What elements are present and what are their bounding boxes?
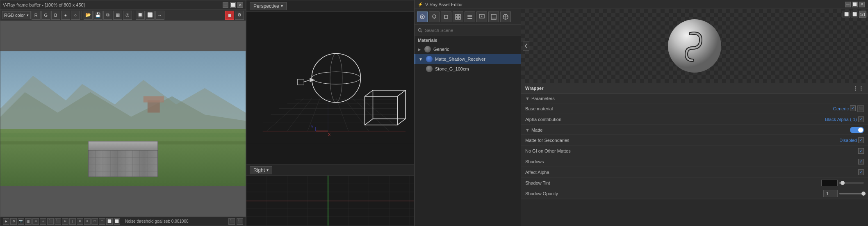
status-icon-box[interactable]: □ <box>91 218 98 225</box>
base-material-value[interactable]: Generic <box>833 106 849 111</box>
no-gi-checkbox[interactable] <box>858 148 864 154</box>
matte-header: ▼ Matte <box>521 125 868 135</box>
matte-secondaries-checkbox[interactable] <box>858 137 864 143</box>
ae-close-button[interactable]: ✕ <box>859 2 865 7</box>
preview-option-1[interactable]: ⬜ <box>843 11 850 18</box>
base-material-checkbox[interactable] <box>850 105 856 111</box>
alpha-contribution-controls: Black Alpha (-1) <box>825 116 864 122</box>
status-icon-plus[interactable]: + <box>40 218 46 225</box>
shadow-opacity-thumb <box>861 192 866 196</box>
material-item-generic[interactable]: ▶ Generic <box>415 44 521 54</box>
channel-dropdown-arrow: ▾ <box>27 13 29 17</box>
parameters-collapse-arrow[interactable]: ▼ <box>525 96 530 101</box>
vfb-r-btn[interactable]: R <box>32 11 41 20</box>
status-icon-tool4[interactable]: | <box>69 218 76 225</box>
shadow-opacity-input[interactable] <box>823 190 838 197</box>
alpha-contribution-checkbox[interactable] <box>858 116 864 122</box>
matte-secondaries-value[interactable]: Disabled <box>839 138 857 143</box>
shadow-tint-controls <box>821 180 864 186</box>
svg-line-89 <box>421 31 422 32</box>
ae-minimize-button[interactable]: — <box>845 2 851 7</box>
vfb-circle-empty-btn[interactable]: ○ <box>71 11 80 20</box>
status-icon-render[interactable]: ▶ <box>3 218 9 225</box>
ae-lights-tab[interactable] <box>429 11 440 22</box>
preview-option-2[interactable]: ⬜ <box>851 11 858 18</box>
vfb-g-btn[interactable]: G <box>41 11 50 20</box>
vfb-channel-dropdown[interactable]: RGB color ▾ <box>2 11 31 19</box>
vfb-frame-btn[interactable]: 🔲 <box>136 11 145 20</box>
vfb-circle-filled-btn[interactable]: ● <box>61 11 70 20</box>
status-icon-grid[interactable]: ▦ <box>25 218 32 225</box>
status-icon-tool3[interactable]: H <box>62 218 68 225</box>
shadow-tint-swatch[interactable] <box>821 180 838 186</box>
ae-view-options-btn[interactable] <box>500 11 511 22</box>
material-item-stone[interactable]: Stone_G_100cm <box>415 64 521 74</box>
vfb-maximize-button[interactable]: ⬜ <box>230 2 236 8</box>
vfb-layers-btn[interactable]: ⧉ <box>103 11 112 20</box>
ae-materials-tab[interactable] <box>417 11 428 22</box>
svg-rect-75 <box>456 14 458 16</box>
perspective-label[interactable]: Perspective ▾ <box>250 2 287 10</box>
status-icon-bars[interactable]: ≡ <box>77 218 83 225</box>
right-viewport[interactable] <box>246 176 414 226</box>
vfb-minimize-button[interactable]: — <box>223 2 228 8</box>
status-icon-resize2[interactable]: ⬛ <box>237 218 243 225</box>
material-item-matte[interactable]: ▼ Matte_Shadow_Receiver <box>415 54 521 64</box>
affect-alpha-label: Affect Alpha <box>525 170 858 175</box>
ae-material-preview <box>662 13 727 79</box>
status-icon-bars2[interactable]: ≡ <box>84 218 91 225</box>
ae-render-btn[interactable] <box>476 11 487 22</box>
vfb-stop-btn[interactable]: ⏹ <box>225 11 234 20</box>
status-icon-frame1[interactable]: ⬜ <box>106 218 113 225</box>
ae-preview-btn[interactable] <box>488 11 499 22</box>
svg-rect-8 <box>88 141 157 150</box>
matte-toggle[interactable] <box>850 127 864 133</box>
perspective-viewport[interactable]: X Y <box>246 12 414 164</box>
vfb-grid-btn[interactable]: ▦ <box>113 11 122 20</box>
vray-frame-buffer: V-Ray frame buffer - [100% of 800 x 450]… <box>0 0 246 226</box>
matte-collapse-arrow[interactable]: ▼ <box>525 128 530 132</box>
vfb-open-btn[interactable]: 📂 <box>84 11 93 20</box>
search-input[interactable] <box>425 28 517 33</box>
status-icon-tool2[interactable]: ⬛ <box>55 218 61 225</box>
preview-toolbar: ⬜ ⬜ 1/1 <box>843 11 866 18</box>
shadow-opacity-slider[interactable] <box>839 193 864 194</box>
preview-option-active[interactable]: 1/1 <box>859 11 866 18</box>
vfb-save-btn[interactable]: 💾 <box>93 11 103 20</box>
base-material-label: Base material <box>525 106 833 111</box>
wrapper-title: Wrapper <box>525 86 543 91</box>
status-icon-tool1[interactable]: ⬛ <box>47 218 54 225</box>
matte-label: Matte <box>531 128 543 132</box>
vfb-b-btn[interactable]: B <box>51 11 60 20</box>
vfb-zoom-btn[interactable]: ↔ <box>155 11 164 20</box>
vfb-white-btn[interactable]: ⬜ <box>146 11 155 20</box>
status-icon-box2[interactable]: □ <box>99 218 105 225</box>
status-icon-sun[interactable]: ☀ <box>32 218 39 225</box>
svg-rect-84 <box>491 14 496 19</box>
status-icon-camera[interactable]: 📷 <box>18 218 24 225</box>
base-material-link[interactable]: ⬛ <box>857 105 864 112</box>
wrapper-options-icon[interactable]: ⋮⋮ <box>852 85 864 91</box>
wrapper-section-header: Wrapper ⋮⋮ <box>521 83 868 94</box>
svg-marker-83 <box>481 16 483 17</box>
vfb-settings-btn[interactable]: ⚙ <box>235 11 244 20</box>
expand-arrow-generic: ▶ <box>418 47 421 52</box>
right-viewport-header: Right ▾ <box>246 165 414 176</box>
shadows-checkbox[interactable] <box>858 159 864 164</box>
vfb-title: V-Ray frame buffer - [100% of 800 x 450] <box>3 2 85 7</box>
right-label[interactable]: Right ▾ <box>250 166 272 174</box>
shadow-tint-slider[interactable] <box>839 182 864 184</box>
status-icon-settings[interactable]: ⚙ <box>10 218 17 225</box>
vfb-target-btn[interactable]: ◎ <box>123 11 132 20</box>
preview-back-button[interactable] <box>523 41 529 51</box>
ae-restore-button[interactable]: ⬜ <box>852 2 858 7</box>
affect-alpha-checkbox[interactable] <box>858 169 864 175</box>
ae-render-elements-tab[interactable] <box>453 11 463 22</box>
alpha-contribution-value[interactable]: Black Alpha (-1) <box>825 117 857 122</box>
ae-geometry-tab[interactable] <box>441 11 451 22</box>
status-icon-resize1[interactable]: ⬛ <box>228 218 235 225</box>
ae-settings-tab[interactable] <box>465 11 475 22</box>
shadow-tint-row: Shadow Tint <box>521 178 868 188</box>
status-icon-frame2[interactable]: ⬜ <box>114 218 120 225</box>
vfb-close-button[interactable]: ✕ <box>237 2 243 8</box>
